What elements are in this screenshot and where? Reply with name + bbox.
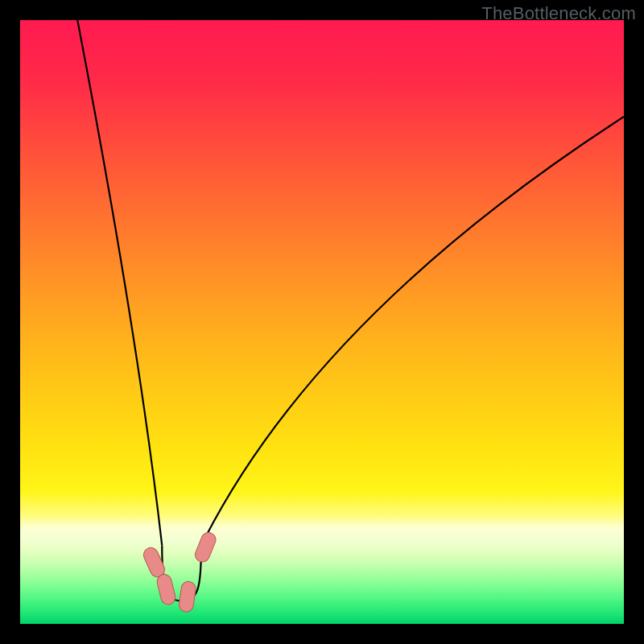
watermark-text: TheBottleneck.com	[481, 3, 636, 24]
curve-right-limb	[201, 117, 624, 546]
trough-bead	[193, 530, 218, 564]
plot-area	[20, 20, 624, 624]
chart-stage: TheBottleneck.com	[0, 0, 644, 644]
trough-beads	[142, 530, 218, 613]
curve-left-limb	[77, 20, 162, 546]
curve-layer	[20, 20, 624, 624]
trough-bead	[155, 573, 177, 606]
trough-bead	[178, 580, 196, 613]
